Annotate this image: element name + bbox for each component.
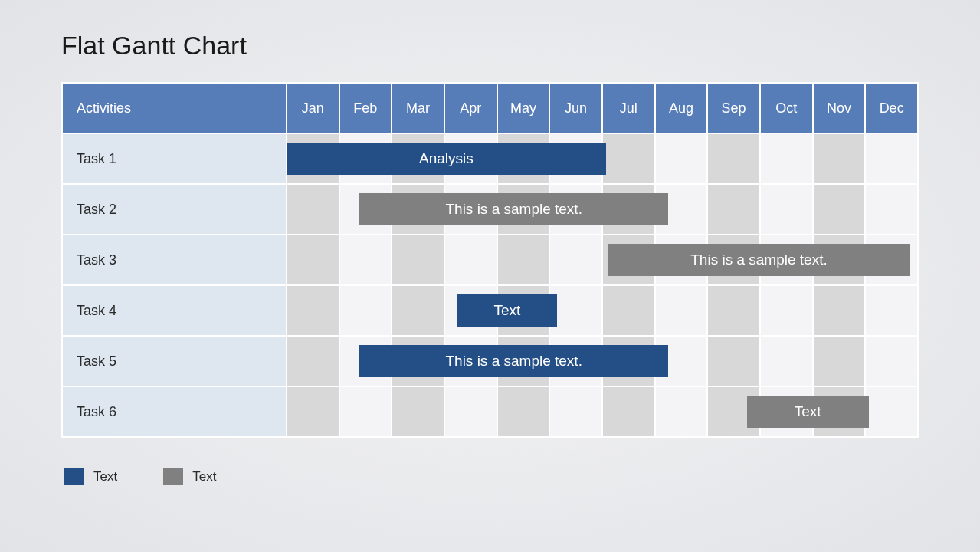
legend-item-gray: Text (163, 468, 216, 485)
grid-cell (444, 184, 497, 235)
grid-cell (707, 386, 760, 437)
grid-cell (655, 285, 708, 336)
grid-cell (655, 386, 708, 437)
grid-cell (813, 285, 866, 336)
grid-cell (602, 386, 655, 437)
grid-cell (339, 386, 392, 437)
grid-cell (760, 184, 813, 235)
task-label: Task 1 (62, 133, 287, 184)
grid-cell (865, 386, 918, 437)
grid-cell (392, 133, 444, 184)
grid-cell (444, 336, 497, 386)
table-row: Task 4 (62, 285, 918, 336)
month-header-oct: Oct (760, 83, 813, 133)
table-row: Task 2 (62, 184, 918, 235)
grid-cell (602, 285, 655, 336)
month-header-feb: Feb (339, 83, 392, 133)
grid-cell (760, 285, 813, 336)
grid-cell (865, 336, 918, 386)
grid-cell (549, 184, 602, 235)
grid-cell (655, 184, 708, 235)
legend-label: Text (93, 469, 117, 485)
legend-label: Text (192, 469, 216, 485)
grid-cell (287, 184, 339, 235)
month-header-sep: Sep (707, 83, 760, 133)
page-title: Flat Gantt Chart (61, 31, 919, 61)
table-row: Task 1 (62, 133, 918, 184)
grid-cell (392, 235, 444, 285)
grid-cell (813, 386, 866, 437)
grid-cell (497, 386, 550, 437)
grid-cell (339, 133, 392, 184)
grid-cell (813, 184, 866, 235)
legend: TextText (61, 468, 919, 485)
gantt-table: Activities JanFebMarAprMayJunJulAugSepOc… (61, 82, 919, 438)
grid-cell (865, 184, 918, 235)
grid-cell (602, 184, 655, 235)
month-header-dec: Dec (865, 83, 918, 133)
grid-cell (602, 336, 655, 386)
grid-cell (602, 235, 655, 285)
gantt-chart: Activities JanFebMarAprMayJunJulAugSepOc… (61, 82, 919, 438)
grid-cell (655, 336, 708, 386)
grid-cell (392, 386, 444, 437)
grid-cell (655, 133, 708, 184)
grid-cell (444, 235, 497, 285)
grid-cell (497, 133, 550, 184)
month-header-may: May (497, 83, 550, 133)
grid-cell (444, 386, 497, 437)
grid-cell (392, 336, 444, 386)
grid-cell (707, 235, 760, 285)
grid-cell (813, 235, 866, 285)
grid-cell (392, 285, 444, 336)
grid-cell (549, 285, 602, 336)
month-header-jun: Jun (549, 83, 602, 133)
grid-cell (760, 336, 813, 386)
grid-cell (549, 133, 602, 184)
grid-cell (287, 235, 339, 285)
grid-cell (339, 184, 392, 235)
grid-cell (392, 184, 444, 235)
grid-cell (760, 386, 813, 437)
grid-cell (707, 336, 760, 386)
month-header-jan: Jan (287, 83, 339, 133)
grid-cell (707, 285, 760, 336)
grid-cell (707, 184, 760, 235)
table-row: Task 3 (62, 235, 918, 285)
grid-cell (760, 133, 813, 184)
legend-swatch-gray (163, 468, 183, 485)
grid-cell (444, 285, 497, 336)
grid-cell (339, 336, 392, 386)
grid-cell (339, 235, 392, 285)
task-label: Task 2 (62, 184, 287, 235)
month-header-aug: Aug (655, 83, 708, 133)
grid-cell (813, 133, 866, 184)
grid-cell (602, 133, 655, 184)
grid-cell (549, 235, 602, 285)
task-label: Task 5 (62, 336, 287, 386)
task-label: Task 6 (62, 386, 287, 437)
legend-swatch-blue (64, 468, 84, 485)
grid-cell (813, 336, 866, 386)
grid-cell (707, 133, 760, 184)
legend-item-blue: Text (64, 468, 117, 485)
task-label: Task 3 (62, 235, 287, 285)
grid-cell (287, 336, 339, 386)
grid-cell (497, 336, 550, 386)
grid-cell (497, 235, 550, 285)
grid-cell (865, 285, 918, 336)
grid-cell (655, 235, 708, 285)
month-header-mar: Mar (392, 83, 444, 133)
grid-cell (865, 235, 918, 285)
table-row: Task 6 (62, 386, 918, 437)
grid-cell (760, 235, 813, 285)
grid-cell (287, 133, 339, 184)
grid-cell (549, 336, 602, 386)
grid-cell (339, 285, 392, 336)
grid-cell (865, 133, 918, 184)
grid-cell (287, 285, 339, 336)
grid-cell (549, 386, 602, 437)
task-label: Task 4 (62, 285, 287, 336)
grid-cell (287, 386, 339, 437)
grid-cell (497, 285, 550, 336)
